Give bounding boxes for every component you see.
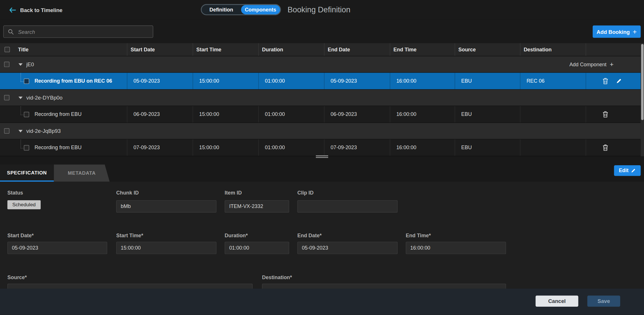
header-start-date: Start Date (127, 43, 193, 56)
search-box (3, 26, 153, 38)
component-row-selected[interactable]: Recording from EBU on REC 06 05-09-2023 … (0, 73, 641, 90)
component-title-cell: Recording from EBU (0, 106, 127, 122)
destination-label: Destination* (262, 275, 292, 280)
item-id-field[interactable] (225, 200, 289, 213)
component-title: Recording from EBU (34, 145, 81, 150)
cell-destination: REC 06 (520, 73, 586, 89)
tab-specification[interactable]: SPECIFICATION (0, 164, 54, 182)
end-time-field[interactable] (406, 242, 506, 254)
component-title: Recording from EBU (34, 111, 81, 117)
toggle-components[interactable]: Components (241, 5, 280, 14)
row-actions (586, 106, 641, 122)
row-checkbox[interactable] (4, 62, 9, 67)
cell-source: EBU (455, 139, 520, 156)
item-id-label: Item ID (225, 190, 242, 196)
clip-id-field[interactable] (297, 200, 398, 213)
vertical-scrollbar[interactable] (641, 43, 644, 156)
cell-duration: 01:00:00 (259, 139, 324, 156)
cell-duration: 01:00:00 (259, 106, 324, 122)
row-checkbox[interactable] (24, 112, 29, 117)
row-checkbox[interactable] (24, 145, 29, 151)
row-checkbox[interactable] (24, 79, 29, 84)
group-row-vid-2e-DYBp0o[interactable]: vid-2e-DYBp0o (0, 90, 641, 106)
cell-end-time: 16:00:00 (390, 139, 455, 156)
group-row-vid-2e-JqBp93[interactable]: vid-2e-JqBp93 (0, 123, 641, 139)
select-all-checkbox[interactable] (5, 47, 10, 52)
cancel-button[interactable]: Cancel (536, 295, 578, 307)
source-field[interactable] (7, 284, 253, 289)
app-window: Back to Timeline Definition Components B… (0, 0, 644, 315)
plus-icon: + (610, 61, 614, 68)
delete-button[interactable] (602, 111, 608, 118)
add-component-button[interactable]: Add Component + (569, 61, 614, 68)
cell-end-date: 07-09-2023 (324, 139, 390, 156)
component-row[interactable]: Recording from EBU 07-09-2023 15:00:00 0… (0, 139, 641, 156)
tab-metadata[interactable]: METADATA (54, 164, 110, 182)
start-date-label: Start Date* (7, 233, 34, 238)
trash-icon (602, 78, 608, 84)
chunk-id-label: Chunk ID (116, 190, 139, 196)
save-button[interactable]: Save (587, 295, 620, 307)
top-bar: Back to Timeline Definition Components B… (0, 0, 644, 20)
chevron-down-icon[interactable] (18, 96, 22, 99)
chunk-id-field[interactable] (116, 200, 217, 213)
status-label: Status (7, 190, 23, 196)
cell-end-time: 16:00:00 (390, 73, 455, 89)
edit-label: Edit (619, 168, 629, 174)
search-icon (8, 29, 14, 35)
header-actions (586, 43, 641, 56)
header-end-time: End Time (390, 43, 455, 56)
trash-icon (602, 144, 608, 151)
cell-duration: 01:00:00 (259, 73, 324, 89)
start-date-field[interactable] (7, 242, 107, 254)
end-time-label: End Time* (406, 233, 431, 238)
start-time-label: Start Time* (116, 233, 143, 238)
row-actions (586, 73, 641, 89)
toggle-definition[interactable]: Definition (202, 5, 241, 14)
add-booking-button[interactable]: Add Booking + (593, 26, 641, 38)
header-end-date: End Date (324, 43, 390, 56)
delete-button[interactable] (602, 144, 608, 151)
scrollbar-thumb[interactable] (641, 44, 644, 120)
header-duration: Duration (259, 43, 324, 56)
header-start-time: Start Time (193, 43, 259, 56)
toolbar: Add Booking + (0, 20, 644, 43)
group-row-jE0[interactable]: jE0 Add Component + (0, 56, 641, 73)
delete-button[interactable] (602, 78, 608, 84)
group-name: jE0 (26, 61, 34, 67)
clip-id-label: Clip ID (297, 190, 314, 196)
table-header-row: Title Start Date Start Time Duration End… (0, 43, 641, 56)
cell-source: EBU (455, 73, 520, 89)
cell-start-date: 07-09-2023 (127, 139, 193, 156)
group-name: vid-2e-DYBp0o (26, 95, 62, 101)
cell-destination (520, 106, 586, 122)
component-title-cell: Recording from EBU (0, 139, 127, 156)
end-date-field[interactable] (297, 242, 398, 254)
row-checkbox[interactable] (4, 95, 9, 100)
edit-row-button[interactable] (616, 78, 622, 84)
source-label: Source* (7, 275, 27, 280)
back-arrow-icon (9, 7, 16, 13)
view-toggle: Definition Components (201, 4, 281, 15)
plus-icon: + (633, 28, 637, 35)
cell-end-date: 06-09-2023 (324, 106, 390, 122)
component-row[interactable]: Recording from EBU 06-09-2023 15:00:00 0… (0, 106, 641, 123)
chevron-down-icon[interactable] (18, 63, 22, 66)
cell-start-date: 06-09-2023 (127, 106, 193, 122)
end-date-label: End Date* (297, 233, 322, 238)
chevron-down-icon[interactable] (18, 130, 22, 132)
edit-button[interactable]: Edit (614, 165, 641, 176)
panel-resize-handle[interactable] (316, 155, 328, 159)
cell-start-time: 15:00:00 (193, 139, 259, 156)
cell-start-date: 05-09-2023 (127, 73, 193, 89)
start-time-field[interactable] (116, 242, 217, 254)
destination-field[interactable] (262, 284, 506, 289)
cell-source: EBU (455, 106, 520, 122)
duration-field[interactable] (225, 242, 289, 254)
back-to-timeline-button[interactable]: Back to Timeline (9, 0, 62, 20)
search-input[interactable] (17, 28, 153, 35)
row-checkbox[interactable] (4, 128, 9, 134)
pencil-icon (631, 168, 636, 173)
footer-bar: Cancel Save (0, 289, 644, 315)
bookings-table: Title Start Date Start Time Duration End… (0, 43, 641, 156)
